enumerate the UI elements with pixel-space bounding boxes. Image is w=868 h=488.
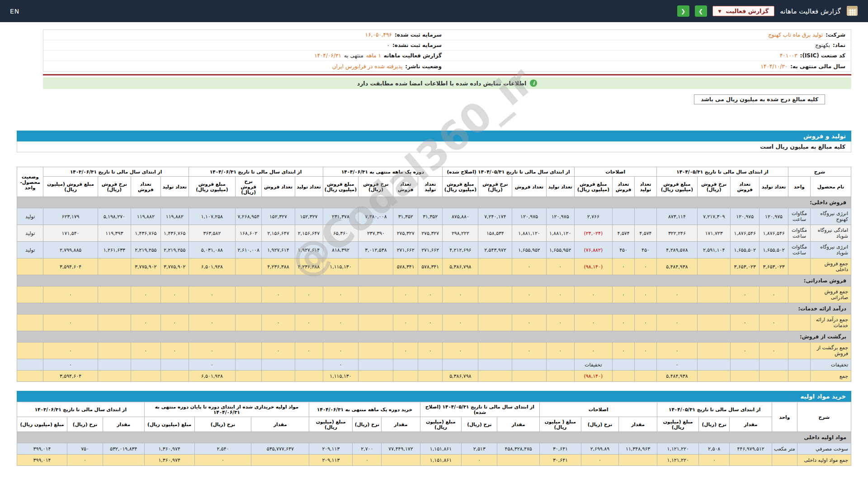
column-group-header: از ابتدای سال مالی تا تاریخ ۱۴۰۴/۰۵/۳۱ (656, 167, 788, 177)
column-header: واحد (772, 402, 797, 432)
language-toggle[interactable]: EN (10, 8, 19, 15)
table-cell: ۳,۷۷۵,۹۰۲ (131, 258, 160, 275)
table-cell: ۲۹۸,۲۲۲ (443, 225, 478, 242)
column-group-header: از ابتدای سال مالی تا تاریخ ۱۴۰۴/۰۵/۳۱ (657, 402, 772, 417)
table-cell: ۶۲۳,۱۷۹ (43, 208, 98, 225)
table-cell (760, 371, 788, 382)
table-cell: ۳,۶۵۳,۰۲۳ (731, 258, 760, 275)
table-cell: ۱,۸۸۱,۱۲۰ (546, 225, 574, 242)
table-cell: ۰ (323, 343, 359, 359)
column-header: تعداد فروش (512, 177, 546, 197)
table-cell: تولید (17, 208, 43, 225)
table-cell (698, 359, 731, 371)
table-cell: ۶,۵۰۱,۹۲۸ (189, 258, 235, 275)
table-cell: ۱,۸۸۱,۱۲۰ (512, 225, 546, 242)
table-cell: ۰ (462, 455, 497, 466)
table-cell: ۱,۱۵۱,۸۶۱ (420, 443, 462, 455)
table-row: تخفیفات۰تخفیفات۰۰۰ (17, 359, 851, 371)
table-cell: ۰ (43, 359, 98, 371)
table-cell: ۲,۵۱۳ (462, 443, 497, 455)
table-cell: ۱,۸۷۶,۵۴۶ (731, 225, 760, 242)
table-cell: مگاوات ساعت (788, 225, 810, 242)
table-cell: ۱۶۸,۶۰۲ (236, 225, 262, 242)
table-cell: ۵,۴۸۴,۹۳۸ (656, 258, 697, 275)
table-cell: ۳۰,۶۴۱ (540, 443, 581, 455)
info-field: گزارش فعالیت ماهانه۱ ماههمنتهی به۱۴۰۴/۰۶… (43, 52, 447, 60)
column-header: نرخ (ریال) (462, 417, 497, 432)
page-title: گزارش فعالیت ماهانه (780, 7, 841, 15)
table-row: جمع فروش صادراتی۰۰۰۰۰۰۰۰۰۰۰۰۰۰۰۰۰۰ (17, 286, 851, 303)
report-type-dropdown[interactable]: گزارش فعالیت ▼ (712, 6, 775, 16)
table-cell (788, 371, 810, 382)
table-cell: ۰ (131, 343, 160, 359)
table-cell (160, 359, 189, 371)
table-cell: ۲,۱۵۶,۶۴۷ (295, 225, 323, 242)
table-cell: ۰ (43, 286, 98, 303)
table-cell: ۰ (731, 314, 760, 331)
table-cell (619, 455, 657, 466)
topbar-right: گزارش فعالیت ماهانه گزارش فعالیت ▼ ❯ ❮ (677, 5, 858, 18)
table-cell (236, 258, 262, 275)
table-cell (382, 455, 420, 466)
table-cell: ۲۰۹,۱۱۳ (309, 443, 353, 455)
column-group-header: از ابتدای سال مالی تا تاریخ ۱۴۰۴/۰۵/۳۱ (… (420, 402, 539, 417)
table-cell: ۱,۱۵۱,۸۶۱ (420, 455, 462, 466)
table-cell (262, 371, 295, 382)
column-header: تعداد فروش (393, 177, 418, 197)
table-cell: ۰ (656, 343, 697, 359)
table-cell: امادگی نیروگاه شوباد (810, 225, 851, 242)
table-cell: ۰ (353, 455, 382, 466)
table-cell (295, 371, 323, 382)
column-header: نرخ فروش (ریال) (478, 177, 512, 197)
table-cell (236, 359, 262, 371)
table-cell: ۰ (393, 343, 418, 359)
table-cell: ۱,۳۶۰,۹۷۴ (144, 455, 194, 466)
table-cell: ۵,۱۹۸,۲۷۰ (98, 208, 131, 225)
table-cell (131, 371, 160, 382)
table-row: سوخت مصرفيمتر مکعب۴۴۶,۹۷۹,۵۱۲۲,۵۰۸۱,۱۲۱,… (17, 443, 851, 455)
table-cell: ۱,۴۳۶,۷۶۵ (160, 225, 189, 242)
info-value[interactable]: تولید برق ماه تاب کهنوج (768, 32, 823, 38)
table-cell (359, 343, 393, 359)
table-cell: جمع درآمد ارائه خدمات (810, 314, 851, 331)
table-cell: ۳۱,۳۵۲ (393, 208, 418, 225)
table-cell: ۰ (393, 314, 418, 331)
table-cell: ۱۵۲,۳۲۷ (295, 208, 323, 225)
table-cell: ۳,۰۱۲,۵۳۸ (359, 242, 393, 258)
column-header: تعداد تولید (295, 177, 323, 197)
table-cell (236, 314, 262, 331)
table-cell: ۰ (189, 359, 235, 371)
table-cell: ۱,۲۶۱,۶۳۳ (98, 242, 131, 258)
table-cell: ۰ (581, 455, 618, 466)
table-cell: ۰ (546, 286, 574, 303)
table-cell: ۰ (160, 286, 189, 303)
table-cell (98, 359, 131, 371)
table-cell: ۶,۵۰۱,۹۲۸ (189, 371, 235, 382)
section-label: درآمد ارائه خدمات: (17, 303, 851, 314)
table-cell (546, 371, 574, 382)
next-report-button[interactable]: ❯ (695, 5, 707, 17)
table-cell: ۳۰,۶۴۱ (540, 455, 581, 466)
table-cell (359, 371, 393, 382)
table-row: فروش صادراتی: (17, 275, 851, 286)
info-field: سرمایه ثبت شده:۱۶,۰۵۰,۴۹۶ (43, 31, 447, 39)
table-cell: ۲۳۷,۳۹۰ (359, 225, 393, 242)
table-cell: ۲۷۵,۳۲۷ (393, 225, 418, 242)
table-cell: ۴۵۸,۳۲۸,۴۷۵ (497, 443, 540, 455)
table-cell: ۱,۹۲۷,۶۱۴ (295, 242, 323, 258)
column-header: مقدار (497, 417, 540, 432)
info-label: نماد: (833, 42, 845, 48)
table-cell: ۰ (546, 314, 574, 331)
table-cell: ۱۵۲,۳۲۷ (262, 208, 295, 225)
table-cell: ۱۱,۳۴۸,۹۶۳ (619, 443, 657, 455)
prev-report-button[interactable]: ❮ (677, 5, 689, 17)
table-cell: (۹۸,۱۴۰) (574, 258, 613, 275)
table-cell: ۲۰۹,۱۱۳ (309, 455, 353, 466)
table-cell (634, 208, 656, 225)
table-cell (98, 371, 131, 382)
table-cell (512, 371, 546, 382)
table-cell: ۰ (323, 314, 359, 331)
company-info: شرکت:تولید برق ماه تاب کهنوجسرمایه ثبت ش… (43, 29, 851, 72)
table-cell (788, 359, 810, 371)
info-field: سال مالی منتهی به:۱۴۰۴/۱۰/۳۰ (447, 62, 851, 70)
